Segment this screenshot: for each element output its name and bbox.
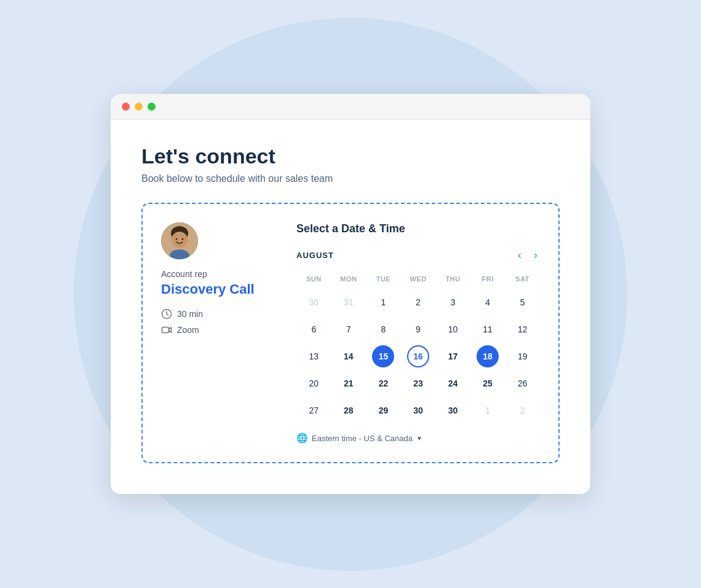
day-cell[interactable]: 22 xyxy=(372,372,394,394)
day-cell[interactable]: 30 xyxy=(303,291,325,313)
day-cell[interactable]: 19 xyxy=(512,345,534,367)
prev-month-button[interactable]: ‹ xyxy=(515,248,524,263)
day-cell[interactable]: 27 xyxy=(303,399,325,421)
day-cell[interactable]: 28 xyxy=(338,399,360,421)
timezone-label: Eastern time - US & Canada xyxy=(312,434,413,443)
svg-rect-7 xyxy=(162,327,169,333)
day-cell[interactable]: 24 xyxy=(442,372,464,394)
month-name: AUGUST xyxy=(296,251,334,260)
timezone-row[interactable]: 🌐 Eastern time - US & Canada ▼ xyxy=(296,433,540,444)
day-header-fri: FRI xyxy=(470,273,505,285)
day-header-sat: SAT xyxy=(505,273,540,285)
day-header-wed: WED xyxy=(401,273,436,285)
day-cell[interactable]: 2 xyxy=(407,291,429,313)
browser-window: Let's connect Book below to schedule wit… xyxy=(111,94,590,494)
day-cell[interactable]: 6 xyxy=(303,318,325,340)
days-grid: 30 31 1 2 3 4 5 6 7 8 9 10 xyxy=(296,290,540,423)
day-header-tue: TUE xyxy=(366,273,401,285)
svg-point-4 xyxy=(182,238,184,240)
day-cell[interactable]: 13 xyxy=(303,345,325,367)
day-cell[interactable]: 29 xyxy=(372,399,394,421)
day-cell[interactable]: 17 xyxy=(442,345,464,367)
day-cell[interactable]: 2 xyxy=(512,399,534,421)
day-header-sun: SUN xyxy=(296,273,331,285)
account-label: Account rep xyxy=(161,269,272,279)
outer-circle: Let's connect Book below to schedule wit… xyxy=(74,18,627,571)
day-cell-18[interactable]: 18 xyxy=(477,345,499,367)
calendar-grid: SUN MON TUE WED THU FRI SAT 30 31 xyxy=(296,273,540,423)
minimize-dot[interactable] xyxy=(135,103,143,111)
day-cell[interactable]: 3 xyxy=(442,291,464,313)
globe-icon: 🌐 xyxy=(296,433,308,444)
call-title: Discovery Call xyxy=(161,281,272,297)
duration-label: 30 min xyxy=(177,309,203,319)
nav-buttons: ‹ › xyxy=(515,248,540,263)
day-cell[interactable]: 31 xyxy=(338,291,360,313)
close-dot[interactable] xyxy=(122,103,130,111)
day-cell[interactable]: 1 xyxy=(477,399,499,421)
scheduler-box: Account rep Discovery Call 30 min xyxy=(141,203,560,463)
day-cell[interactable]: 10 xyxy=(442,318,464,340)
day-cell[interactable]: 4 xyxy=(477,291,499,313)
day-cell-15[interactable]: 15 xyxy=(372,345,394,367)
day-cell[interactable]: 12 xyxy=(512,318,534,340)
platform-meta: Zoom xyxy=(161,324,272,335)
day-cell[interactable]: 5 xyxy=(512,291,534,313)
svg-point-2 xyxy=(172,232,188,248)
svg-point-3 xyxy=(176,238,178,240)
month-nav: AUGUST ‹ › xyxy=(296,248,540,263)
day-cell[interactable]: 9 xyxy=(407,318,429,340)
calendar-section-label: Select a Date & Time xyxy=(296,222,540,235)
day-cell-16[interactable]: 16 xyxy=(407,345,429,367)
day-cell[interactable]: 30 xyxy=(407,399,429,421)
day-cell[interactable]: 7 xyxy=(338,318,360,340)
day-cell[interactable]: 23 xyxy=(407,372,429,394)
page-content: Let's connect Book below to schedule wit… xyxy=(111,120,590,494)
day-cell[interactable]: 26 xyxy=(512,372,534,394)
day-cell[interactable]: 20 xyxy=(303,372,325,394)
day-cell[interactable]: 1 xyxy=(372,291,394,313)
platform-label: Zoom xyxy=(177,325,199,335)
right-panel: Select a Date & Time AUGUST ‹ › SUN MON … xyxy=(296,222,540,444)
clock-icon xyxy=(161,308,172,319)
day-cell[interactable]: 21 xyxy=(338,372,360,394)
next-month-button[interactable]: › xyxy=(531,248,540,263)
avatar xyxy=(161,222,198,259)
day-header-thu: THU xyxy=(435,273,470,285)
zoom-icon xyxy=(161,324,172,335)
day-cell[interactable]: 25 xyxy=(477,372,499,394)
day-cell[interactable]: 14 xyxy=(338,345,360,367)
maximize-dot[interactable] xyxy=(148,103,156,111)
duration-meta: 30 min xyxy=(161,308,272,319)
page-title: Let's connect xyxy=(141,144,560,168)
day-cell[interactable]: 8 xyxy=(372,318,394,340)
day-header-mon: MON xyxy=(331,273,366,285)
day-cell[interactable]: 30 xyxy=(442,399,464,421)
page-subtitle: Book below to schedule with our sales te… xyxy=(141,173,560,184)
day-cell[interactable]: 11 xyxy=(477,318,499,340)
left-panel: Account rep Discovery Call 30 min xyxy=(161,222,272,444)
timezone-dropdown-arrow: ▼ xyxy=(416,435,422,442)
title-bar xyxy=(111,94,590,120)
day-headers: SUN MON TUE WED THU FRI SAT xyxy=(296,273,540,285)
